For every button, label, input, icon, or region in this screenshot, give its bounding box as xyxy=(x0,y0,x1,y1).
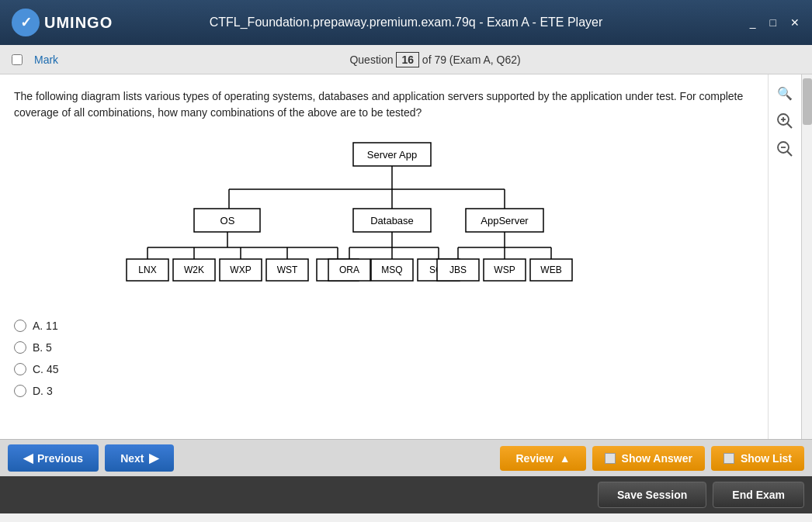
question-total: of 79 (Exam A, Q62) xyxy=(422,54,521,66)
radio-c[interactable] xyxy=(14,363,26,375)
answer-item-d: D. 3 xyxy=(14,385,754,397)
svg-text:WSP: WSP xyxy=(494,264,515,275)
show-list-button[interactable]: Show List xyxy=(711,446,804,471)
svg-line-57 xyxy=(787,151,792,156)
scrollbar[interactable] xyxy=(801,74,812,439)
end-exam-button[interactable]: End Exam xyxy=(713,482,804,508)
close-button[interactable]: ✕ xyxy=(786,15,804,30)
scroll-thumb[interactable] xyxy=(803,78,812,125)
radio-b[interactable] xyxy=(14,341,26,354)
session-row: Save Session End Exam xyxy=(0,476,812,513)
show-list-checkbox-icon xyxy=(724,453,734,464)
sidebar-icons: 🔍 xyxy=(769,74,801,439)
answer-text-c: C. 45 xyxy=(33,363,58,375)
svg-text:WXP: WXP xyxy=(230,264,251,275)
end-exam-label: End Exam xyxy=(732,489,785,501)
diagram-container: Server App OS Database AppServer xyxy=(14,135,754,306)
next-button[interactable]: Next ▶ xyxy=(105,444,173,472)
svg-text:WST: WST xyxy=(276,264,297,275)
show-answer-label: Show Answer xyxy=(622,452,692,465)
main-content: The following diagram lists various type… xyxy=(0,74,812,439)
svg-text:WEB: WEB xyxy=(540,264,561,275)
logo-text: UMINGO xyxy=(44,14,113,32)
svg-text:ORA: ORA xyxy=(338,264,359,275)
svg-text:W2K: W2K xyxy=(183,264,203,275)
question-area: The following diagram lists various type… xyxy=(0,74,769,439)
logo: ✓ UMINGO xyxy=(12,9,113,36)
previous-label: Previous xyxy=(37,452,83,465)
toolbar: Mark Question 16 of 79 (Exam A, Q62) xyxy=(0,45,812,74)
zoom-out-icon-btn[interactable] xyxy=(774,138,796,160)
previous-arrow-icon: ◀ xyxy=(23,451,33,465)
save-session-button[interactable]: Save Session xyxy=(598,482,706,508)
window-controls: _ □ ✕ xyxy=(745,15,804,30)
svg-text:LNX: LNX xyxy=(138,264,156,275)
review-arrow-icon: ▲ xyxy=(560,452,571,465)
next-arrow-icon: ▶ xyxy=(149,451,158,465)
question-number: 16 xyxy=(396,52,419,67)
title-bar: ✓ UMINGO CTFL_Foundation.prepaway.premiu… xyxy=(0,0,812,45)
review-button[interactable]: Review ▲ xyxy=(500,446,585,471)
mark-label[interactable]: Mark xyxy=(34,54,58,66)
svg-text:JBS: JBS xyxy=(449,264,466,275)
svg-text:AppServer: AppServer xyxy=(481,215,529,226)
svg-text:MSQ: MSQ xyxy=(381,264,402,275)
answer-item-a: A. 11 xyxy=(14,320,754,332)
answer-item-b: B. 5 xyxy=(14,341,754,354)
window-title: CTFL_Foundation.prepaway.premium.exam.79… xyxy=(210,16,603,29)
svg-text:Server App: Server App xyxy=(366,149,416,161)
svg-text:Database: Database xyxy=(370,215,414,226)
answer-text-b: B. 5 xyxy=(33,341,52,354)
bottom-nav: ◀ Previous Next ▶ Review ▲ Show Answer S… xyxy=(0,439,812,476)
save-session-label: Save Session xyxy=(617,489,687,501)
svg-text:OS: OS xyxy=(220,215,234,226)
show-answer-checkbox-icon xyxy=(605,453,616,464)
question-text: The following diagram lists various type… xyxy=(14,88,754,121)
mark-checkbox[interactable] xyxy=(12,54,23,65)
question-label: Question xyxy=(349,54,393,66)
maximize-button[interactable]: □ xyxy=(765,15,781,30)
logo-check-icon: ✓ xyxy=(20,14,32,31)
previous-button[interactable]: ◀ Previous xyxy=(8,444,99,472)
diagram-svg: Server App OS Database AppServer xyxy=(113,135,656,306)
logo-circle: ✓ xyxy=(12,9,40,36)
minimize-button[interactable]: _ xyxy=(745,15,761,30)
radio-d[interactable] xyxy=(14,385,26,397)
review-label: Review xyxy=(515,452,553,465)
svg-line-53 xyxy=(787,123,792,128)
radio-a[interactable] xyxy=(14,320,26,332)
search-icon-btn[interactable]: 🔍 xyxy=(774,82,796,104)
answer-item-c: C. 45 xyxy=(14,363,754,375)
answer-choices: A. 11 B. 5 C. 45 D. 3 xyxy=(14,320,754,397)
show-list-label: Show List xyxy=(741,452,792,465)
answer-text-a: A. 11 xyxy=(33,320,58,332)
zoom-in-icon-btn[interactable] xyxy=(774,110,796,132)
question-info: Question 16 of 79 (Exam A, Q62) xyxy=(349,52,520,67)
next-label: Next xyxy=(120,452,144,465)
show-answer-button[interactable]: Show Answer xyxy=(592,446,705,471)
answer-text-d: D. 3 xyxy=(33,385,53,397)
